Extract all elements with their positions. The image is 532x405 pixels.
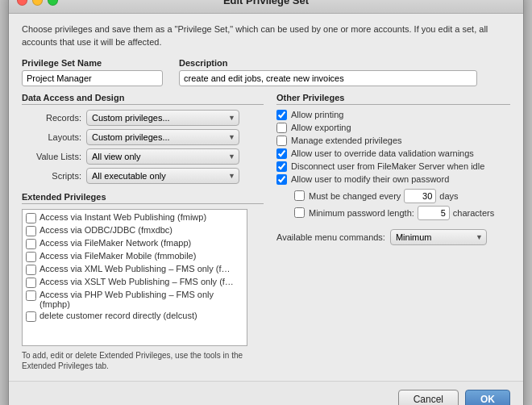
ep-checkbox-delcust[interactable] — [26, 311, 36, 322]
must-change-row: Must be changed every days — [294, 189, 510, 203]
allow-exporting-label: Allow exporting — [291, 123, 351, 132]
ep-label-fmiwp: Access via Instant Web Publishing (fmiwp… — [39, 212, 206, 222]
ep-label-fmapp: Access via FileMaker Network (fmapp) — [39, 238, 191, 248]
left-section: Data Access and Design Records: Custom p… — [22, 93, 264, 371]
close-button[interactable] — [17, 0, 27, 6]
ep-checkbox-fmxdbc[interactable] — [26, 226, 36, 236]
ep-checkbox-fmmobile[interactable] — [26, 252, 36, 262]
ep-item-fmapp: Access via FileMaker Network (fmapp) — [24, 237, 245, 250]
override-validation-label: Allow user to override data validation w… — [291, 148, 474, 158]
extended-privileges-list[interactable]: Access via Instant Web Publishing (fmiwp… — [22, 209, 247, 346]
cancel-button[interactable]: Cancel — [398, 390, 459, 405]
ep-item-fmiwp: Access via Instant Web Publishing (fmiwp… — [24, 211, 245, 224]
ep-checkbox-fmapp[interactable] — [26, 239, 36, 249]
ep-label-fmmobile: Access via FileMaker Mobile (fmmobile) — [39, 251, 196, 261]
modify-password-checkbox[interactable] — [276, 174, 287, 185]
ep-label-php: Access via PHP Web Publishing – FMS only… — [39, 290, 243, 309]
ep-checkbox-php[interactable] — [26, 290, 36, 301]
description-group: Description — [179, 58, 477, 86]
other-privileges-list: Allow printing Allow exporting Manage ex… — [276, 110, 510, 245]
must-change-checkbox[interactable] — [294, 190, 305, 201]
min-length-value-input[interactable] — [418, 206, 450, 220]
dialog-title: Edit Privilege Set — [223, 0, 309, 6]
other-privileges-header: Other Privileges — [276, 93, 510, 105]
name-group: Privilege Set Name — [22, 58, 163, 86]
ep-footer-text: To add, edit or delete Extended Privileg… — [22, 350, 264, 371]
maximize-button[interactable] — [48, 0, 58, 6]
manage-extended-checkbox[interactable] — [276, 136, 287, 146]
override-validation-item: Allow user to override data validation w… — [276, 148, 510, 159]
min-length-row: Minimum password length: characters — [294, 206, 510, 220]
allow-exporting-checkbox[interactable] — [276, 123, 287, 133]
ep-checkbox-xslt[interactable] — [26, 278, 36, 288]
description-input[interactable] — [179, 70, 477, 86]
modify-password-label: Allow user to modify their own password — [291, 174, 449, 184]
disconnect-idle-item: Disconnect user from FileMaker Server wh… — [276, 161, 510, 172]
menu-commands-select[interactable]: Minimum All Editing only — [390, 229, 487, 245]
minimize-button[interactable] — [32, 0, 43, 6]
menu-commands-label: Available menu commands: — [276, 232, 385, 242]
ep-item-xml: Access via XML Web Publishing – FMS only… — [24, 263, 245, 276]
scripts-row: Scripts: All executable only All view on… — [22, 168, 264, 184]
dialog-footer: Cancel OK — [9, 381, 523, 405]
extended-privileges-header: Extended Privileges — [22, 192, 264, 204]
manage-extended-label: Manage extended privileges — [291, 136, 402, 145]
scripts-select-wrapper: All executable only All view only All no… — [86, 168, 239, 184]
must-change-days-unit: days — [439, 191, 458, 201]
menu-commands-select-wrapper: Minimum All Editing only ▼ — [390, 229, 487, 245]
dialog-window: Edit Privilege Set Choose privileges and… — [8, 0, 524, 405]
value-lists-label: Value Lists: — [22, 152, 86, 161]
disconnect-idle-checkbox[interactable] — [276, 161, 287, 172]
dialog-body: Choose privileges and save them as a "Pr… — [9, 14, 523, 381]
ep-label-fmxdbc: Access via ODBC/JDBC (fmxdbc) — [39, 225, 172, 235]
value-lists-row: Value Lists: All view only All editable … — [22, 148, 264, 165]
ep-label-xml: Access via XML Web Publishing – FMS only… — [39, 264, 231, 273]
layouts-select[interactable]: Custom privileges... All view only All e… — [86, 129, 239, 145]
min-length-unit: characters — [453, 208, 494, 218]
ep-checkbox-xml[interactable] — [26, 265, 36, 275]
sections-row: Data Access and Design Records: Custom p… — [22, 93, 510, 371]
ep-label-xslt: Access via XSLT Web Publishing – FMS onl… — [39, 277, 234, 286]
title-bar: Edit Privilege Set — [9, 0, 523, 14]
records-label: Records: — [22, 113, 86, 123]
allow-printing-label: Allow printing — [291, 110, 343, 119]
must-change-label: Must be changed every — [309, 191, 401, 201]
ep-item-delcust: delete customer record directly (delcust… — [24, 310, 245, 323]
allow-exporting-item: Allow exporting — [276, 123, 510, 133]
allow-printing-checkbox[interactable] — [276, 110, 287, 120]
disconnect-idle-label: Disconnect user from FileMaker Server wh… — [291, 161, 484, 171]
value-lists-select[interactable]: All view only All editable All no access — [86, 148, 239, 165]
right-section: Other Privileges Allow printing Allow ex… — [276, 93, 510, 371]
records-select-wrapper: Custom privileges... All view only All e… — [86, 110, 239, 126]
layouts-row: Layouts: Custom privileges... All view o… — [22, 129, 264, 145]
manage-extended-item: Manage extended privileges — [276, 136, 510, 146]
scripts-label: Scripts: — [22, 171, 86, 181]
ep-item-fmmobile: Access via FileMaker Mobile (fmmobile) — [24, 250, 245, 263]
min-length-label: Minimum password length: — [309, 208, 414, 218]
min-length-checkbox[interactable] — [294, 207, 305, 218]
layouts-select-wrapper: Custom privileges... All view only All e… — [86, 129, 239, 145]
ep-item-xslt: Access via XSLT Web Publishing – FMS onl… — [24, 276, 245, 289]
ep-item-php: Access via PHP Web Publishing – FMS only… — [24, 289, 245, 310]
records-row: Records: Custom privileges... All view o… — [22, 110, 264, 126]
ep-label-delcust: delete customer record directly (delcust… — [39, 311, 197, 320]
data-access-header: Data Access and Design — [22, 93, 264, 105]
ok-button[interactable]: OK — [465, 390, 510, 405]
description-label: Description — [179, 58, 477, 68]
name-input[interactable] — [22, 70, 163, 86]
name-desc-row: Privilege Set Name Description — [22, 58, 510, 86]
ep-item-fmxdbc: Access via ODBC/JDBC (fmxdbc) — [24, 224, 245, 237]
password-sub-options: Must be changed every days Minimum passw… — [294, 189, 510, 223]
dialog-description: Choose privileges and save them as a "Pr… — [22, 23, 510, 48]
modify-password-item: Allow user to modify their own password — [276, 174, 510, 185]
override-validation-checkbox[interactable] — [276, 148, 287, 159]
must-change-days-input[interactable] — [404, 189, 436, 203]
allow-printing-item: Allow printing — [276, 110, 510, 120]
records-select[interactable]: Custom privileges... All view only All e… — [86, 110, 239, 126]
scripts-select[interactable]: All executable only All view only All no… — [86, 168, 239, 184]
layouts-label: Layouts: — [22, 132, 86, 142]
menu-commands-row: Available menu commands: Minimum All Edi… — [276, 229, 510, 245]
ep-checkbox-fmiwp[interactable] — [26, 213, 36, 223]
name-label: Privilege Set Name — [22, 58, 163, 68]
value-lists-select-wrapper: All view only All editable All no access… — [86, 148, 239, 165]
